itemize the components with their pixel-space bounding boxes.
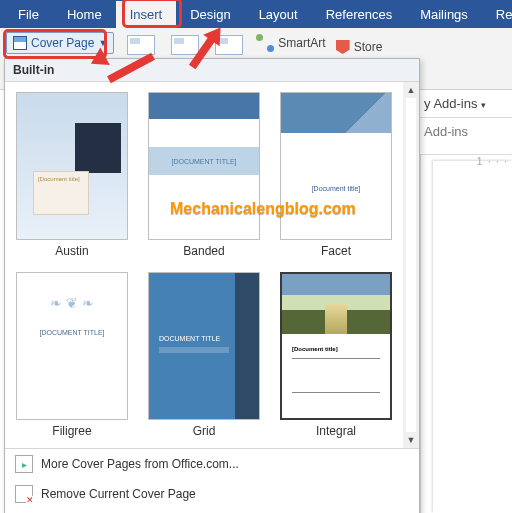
chevron-down-icon: ▼: [98, 38, 107, 48]
cover-page-gallery: Built-in [Document title] Austin [DOCUME…: [4, 58, 420, 513]
tab-references[interactable]: References: [312, 0, 406, 28]
cover-austin[interactable]: [Document title] Austin: [13, 92, 131, 258]
my-addins-button[interactable]: y Add-ins ▾: [420, 90, 512, 117]
tab-home[interactable]: Home: [53, 0, 116, 28]
cover-page-button[interactable]: Cover Page ▼: [6, 32, 114, 54]
cover-page-label: Cover Page: [31, 36, 94, 50]
pictures-icon[interactable]: [168, 32, 202, 58]
smartart-button[interactable]: SmartArt: [256, 32, 325, 52]
page-icon: ▸: [15, 455, 33, 473]
watermark: Mechanicalengblog.com: [170, 200, 356, 218]
smartart-icon: [256, 34, 274, 52]
scroll-down-icon[interactable]: ▼: [403, 432, 419, 448]
tab-layout[interactable]: Layout: [245, 0, 312, 28]
cover-facet[interactable]: [Document title] Facet: [277, 92, 395, 258]
ornament-icon: ❧ ❦ ❧: [17, 295, 127, 311]
cover-filigree[interactable]: ❧ ❦ ❧ [DOCUMENT TITLE] Filigree: [13, 272, 131, 438]
tab-design[interactable]: Design: [176, 0, 244, 28]
cover-banded[interactable]: [DOCUMENT TITLE] Banded: [145, 92, 263, 258]
scroll-up-icon[interactable]: ▲: [403, 82, 419, 98]
tab-insert[interactable]: Insert: [116, 0, 177, 28]
tab-review[interactable]: Revie: [482, 0, 512, 28]
tab-mailings[interactable]: Mailings: [406, 0, 482, 28]
cover-integral[interactable]: [Document title] Integral: [277, 272, 395, 438]
more-cover-pages[interactable]: ▸ More Cover Pages from Office.com...: [5, 449, 419, 479]
remove-cover-page[interactable]: Remove Current Cover Page: [5, 479, 419, 509]
ruler-fragment: 1 · · ·: [477, 155, 508, 167]
addins-group-label: Add-ins: [420, 117, 512, 145]
save-to-gallery: 💾 Save Selection to Cover Page Gallery..…: [5, 509, 419, 513]
store-icon: [336, 40, 350, 54]
cover-page-icon: [13, 36, 27, 50]
document-area: 1 · · ·: [420, 154, 512, 513]
store-button[interactable]: Store: [336, 40, 383, 54]
right-ribbon-fragment: y Add-ins ▾ Add-ins: [420, 90, 512, 145]
remove-page-icon: [15, 485, 33, 503]
tab-file[interactable]: File: [4, 0, 53, 28]
ribbon-tabs: File Home Insert Design Layout Reference…: [0, 0, 512, 28]
gallery-header: Built-in: [5, 59, 419, 82]
table-icon[interactable]: [124, 32, 158, 58]
cover-grid[interactable]: DOCUMENT TITLE Grid: [145, 272, 263, 438]
shapes-icon[interactable]: [212, 32, 246, 58]
gallery-scrollbar[interactable]: ▲ ▼: [403, 82, 419, 448]
